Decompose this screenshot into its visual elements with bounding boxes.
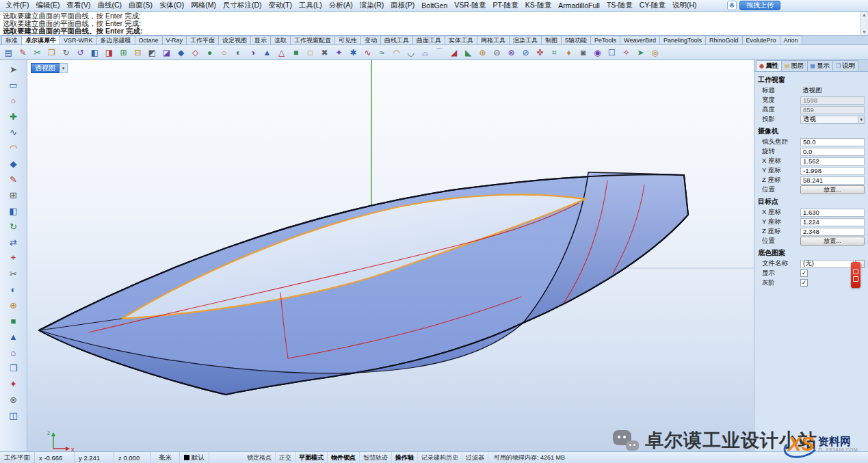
projection-dropdown[interactable]: 透视 ▾: [800, 116, 865, 124]
rotation-field[interactable]: 0.0: [800, 148, 865, 156]
toolbar-icon[interactable]: ◆: [5, 156, 23, 171]
menu-item[interactable]: KS-随意: [522, 1, 555, 10]
toolbar-icon[interactable]: ✖: [318, 47, 331, 59]
toolbar-tab[interactable]: 标准: [1, 36, 22, 44]
toolbar-icon[interactable]: ◠: [390, 47, 403, 59]
toolbar-tab[interactable]: 曲面工具: [412, 36, 445, 44]
toolbar-icon[interactable]: ■: [5, 313, 23, 328]
status-toggle[interactable]: 物件锁点: [328, 452, 360, 463]
menu-item[interactable]: 网格(M): [187, 1, 220, 10]
toolbar-icon[interactable]: ↺: [74, 47, 87, 59]
perspective-viewport[interactable]: z x 透视图 ▾: [27, 60, 754, 451]
toolbar-tab[interactable]: 卓尔谟犀牛: [21, 36, 60, 44]
toolbar-tab[interactable]: 工作视窗配置: [290, 36, 335, 44]
viewport-title[interactable]: 透视图 ▾: [31, 63, 68, 73]
toolbar-icon[interactable]: ◧: [88, 47, 101, 59]
toolbar-icon[interactable]: ❐: [45, 47, 58, 59]
units-label[interactable]: 毫米: [151, 452, 180, 463]
toolbar-icon[interactable]: ⊖: [490, 47, 503, 59]
toolbar-icon[interactable]: ❐: [5, 360, 23, 375]
show-checkbox[interactable]: ✓: [800, 269, 808, 277]
toolbar-tab[interactable]: 5轴功能: [561, 36, 591, 44]
menu-item[interactable]: 实体(O): [156, 1, 187, 10]
menu-item[interactable]: 分析(A): [326, 1, 356, 10]
toolbar-icon[interactable]: ◉: [591, 47, 604, 59]
chevron-down-icon[interactable]: ▾: [60, 63, 68, 73]
command-history[interactable]: 选取要建立曲面的平面曲线，按 Enter 完成: 选取要建立曲面的平面曲线，按 …: [0, 12, 868, 36]
toolbar-icon[interactable]: ●: [203, 47, 216, 59]
viewport-title-label[interactable]: 透视图: [31, 63, 60, 73]
menu-item[interactable]: VSR-随意: [451, 1, 489, 10]
toolbar-tab[interactable]: 曲线工具: [380, 36, 413, 44]
toolbar-tab[interactable]: PanelingTools: [659, 36, 706, 44]
floating-red-badge[interactable]: [851, 262, 860, 288]
toolbar-icon[interactable]: ◩: [146, 47, 159, 59]
command-prompt[interactable]: 选取要建立曲面的平面曲线。按 Enter 完成:: [3, 27, 858, 35]
target-x-field[interactable]: 1.630: [800, 209, 865, 217]
toolbar-icon[interactable]: ▭: [5, 77, 23, 92]
toolbar-icon[interactable]: ⌒: [433, 47, 446, 59]
toolbar-icon[interactable]: ▲: [5, 329, 23, 344]
toolbar-icon[interactable]: ⌂: [5, 345, 23, 360]
status-toggle[interactable]: 正交: [276, 452, 295, 463]
toolbar-icon[interactable]: ◪: [160, 47, 173, 59]
toolbar-icon[interactable]: ◨: [103, 47, 116, 59]
menu-item[interactable]: 说明(H): [669, 1, 700, 10]
toolbar-icon[interactable]: ◐: [5, 282, 23, 297]
toolbar-tab[interactable]: WeaverBird: [620, 36, 660, 44]
toolbar-icon[interactable]: ◑: [246, 47, 259, 59]
toolbar-tab[interactable]: 选取: [270, 36, 291, 44]
toolbar-icon[interactable]: ♦: [562, 47, 575, 59]
toolbar-tab[interactable]: 变动: [360, 36, 381, 44]
toolbar-icon[interactable]: ⊘: [519, 47, 532, 59]
toolbar-icon[interactable]: ◇: [189, 47, 202, 59]
camera-y-field[interactable]: -1.998: [800, 167, 865, 175]
toolbar-icon[interactable]: ↻: [5, 219, 23, 234]
panel-tab[interactable]: ❐ 说明: [832, 60, 858, 71]
status-toggle[interactable]: 记录建构历史: [418, 452, 462, 463]
camera-z-field[interactable]: 58.241: [800, 176, 865, 185]
toolbar-icon[interactable]: ✱: [347, 47, 360, 59]
toolbar-icon[interactable]: ◫: [5, 408, 23, 423]
toolbar-icon[interactable]: ⌖: [5, 250, 23, 265]
menu-item[interactable]: 变动(T): [265, 1, 295, 10]
toolbar-tab[interactable]: 设定视图: [218, 36, 251, 44]
toolbar-icon[interactable]: ∿: [361, 47, 374, 59]
toolbar-icon[interactable]: ◐: [232, 47, 245, 59]
toolbar-tab[interactable]: RhinoGold: [705, 36, 743, 44]
toolbar-icon[interactable]: ⊟: [131, 47, 144, 59]
toolbar-icon[interactable]: ☐: [605, 47, 618, 59]
toolbar-icon[interactable]: ▤: [2, 47, 15, 59]
toolbar-tab[interactable]: 实体工具: [445, 36, 477, 44]
toolbar-icon[interactable]: ◙: [577, 47, 590, 59]
scroll-down-icon[interactable]: ▼: [862, 29, 866, 34]
toolbar-icon[interactable]: ◆: [174, 47, 187, 59]
toolbar-icon[interactable]: ○: [218, 47, 231, 59]
toolbar-tab[interactable]: V-Ray: [162, 36, 187, 44]
menu-item[interactable]: 曲线(C): [94, 1, 125, 10]
panel-tab[interactable]: ▤ 图层: [781, 60, 808, 71]
status-toggle[interactable]: 过滤器: [462, 452, 488, 463]
grayscale-checkbox[interactable]: ✓: [800, 279, 808, 287]
toolbar-icon[interactable]: ◎: [648, 47, 661, 59]
toolbar-tab[interactable]: EvolutePro: [742, 36, 780, 44]
toolbar-icon[interactable]: ◣: [462, 47, 475, 59]
toolbar-icon[interactable]: ✧: [620, 47, 633, 59]
camera-x-field[interactable]: 1.562: [800, 157, 865, 166]
menu-item[interactable]: PT-随意: [489, 1, 521, 10]
toolbar-tab[interactable]: Octane: [135, 36, 163, 44]
toolbar-icon[interactable]: ✎: [5, 172, 23, 187]
toolbar-icon[interactable]: △: [275, 47, 288, 59]
toolbar-icon[interactable]: ✦: [332, 47, 345, 59]
toolbar-icon[interactable]: ◠: [5, 140, 23, 155]
cplane-button[interactable]: 工作平面: [0, 452, 35, 463]
status-toggle[interactable]: 平面模式: [295, 452, 328, 463]
toolbar-icon[interactable]: ⇄: [5, 235, 23, 250]
toolbar-icon[interactable]: ⊕: [476, 47, 489, 59]
toolbar-icon[interactable]: ✚: [5, 109, 23, 124]
toolbar-icon[interactable]: ✎: [16, 47, 29, 59]
menu-item[interactable]: 查看(V): [63, 1, 94, 10]
current-layer[interactable]: 默认: [180, 452, 209, 463]
toolbar-tab[interactable]: VSR-WRK: [60, 36, 97, 44]
toolbar-tab[interactable]: 制图: [541, 36, 562, 44]
